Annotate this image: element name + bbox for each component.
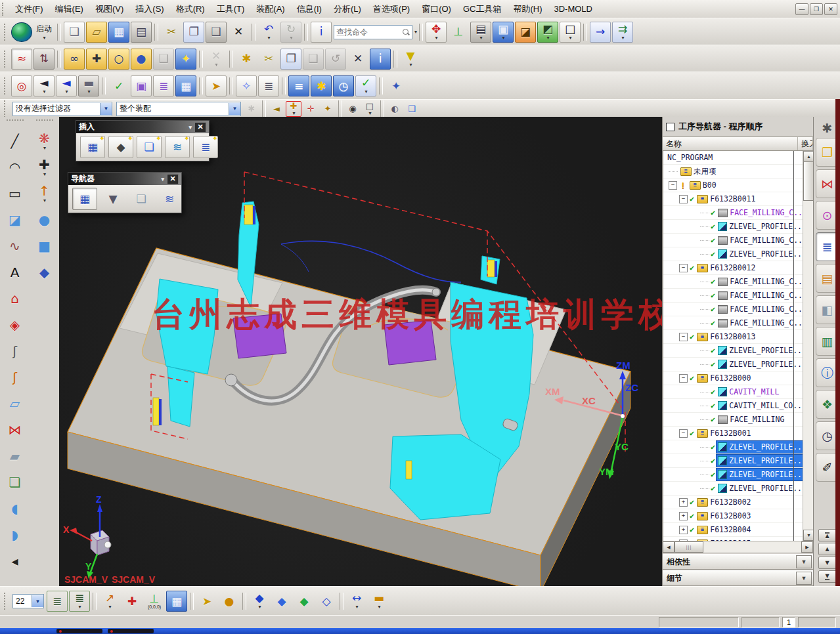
tree-row[interactable]: −!≡B00 [663, 179, 803, 192]
soft-pick-icon[interactable]: ◐ [387, 101, 403, 117]
tree-horizontal-scrollbar[interactable]: ◀ ||| ▶ [663, 541, 814, 553]
wizard-doc-icon[interactable]: ✧ [236, 75, 257, 96]
wcs-dynamics-icon[interactable]: ↗▾ [99, 591, 120, 612]
spindle-icon[interactable]: ▬▾ [78, 75, 99, 96]
dropdown-arrow-icon[interactable]: ▾ [365, 89, 367, 95]
dropdown-arrow-icon[interactable]: ▾ [43, 198, 46, 203]
dropdown-arrow-icon[interactable]: ▾ [292, 110, 295, 116]
toolbar-grip[interactable] [36, 119, 53, 126]
curve-s1-icon[interactable]: ʃ [3, 339, 27, 364]
dropdown-arrow-icon[interactable]: ▾ [78, 604, 81, 610]
shop-doc-icon[interactable]: ≣ [258, 75, 279, 96]
tree-row[interactable]: −✔≡F6132B0011 [663, 192, 803, 206]
cylinder-tag-icon[interactable]: ● [131, 49, 152, 70]
toolbar-grip[interactable] [4, 593, 9, 610]
collapse-box-icon[interactable]: − [679, 429, 688, 438]
dropdown-arrow-icon[interactable]: ▾ [43, 171, 46, 177]
dependencies-bar[interactable]: 相依性 ▼ [663, 554, 814, 570]
tree-row[interactable]: ✔FACE_MILLING_C... [663, 206, 803, 220]
tree-row[interactable]: ✔ZLEVEL_PROFILE... [663, 344, 803, 358]
undo-icon[interactable]: ↶▾ [258, 22, 279, 43]
window-display-icon[interactable]: □▾ [560, 22, 581, 43]
create-operation-icon[interactable]: ≣✦ [193, 136, 218, 158]
tool-in-path-icon[interactable]: ⇅ [33, 49, 55, 70]
tree-row[interactable]: ✔FACE_MILLING_C... [663, 275, 803, 289]
dropdown-arrow-icon[interactable]: ▾ [65, 89, 68, 95]
dropdown-arrow-icon[interactable]: ▼ [32, 595, 43, 607]
dock-collapse-icon[interactable]: ◂ [3, 549, 27, 574]
dropdown-arrow-icon[interactable]: ▼ [229, 103, 240, 115]
tree-row[interactable]: ✔ZLEVEL_PROFILE... [663, 440, 803, 454]
point-icon[interactable]: ✚▾ [33, 155, 56, 180]
snapshot-view-icon[interactable]: ▤▾ [470, 22, 491, 43]
panel-pin-icon[interactable] [666, 123, 674, 131]
edit-toolpath-icon[interactable]: ✱ [236, 49, 257, 70]
collapse-box-icon[interactable]: − [679, 264, 688, 272]
curve-on-surface-icon[interactable]: ◪ [3, 207, 27, 232]
extrude-icon[interactable]: ↑▾ [33, 181, 56, 206]
polyhedron-icon[interactable]: ◆ [33, 260, 56, 285]
toolpath-info-icon[interactable]: i [370, 49, 391, 70]
program-order-view-icon[interactable]: ▦ [72, 188, 97, 210]
scroll-down-arrow-icon[interactable]: ▼ [803, 530, 814, 541]
dropdown-arrow-icon[interactable]: ▾ [43, 145, 46, 151]
collapse-box-icon[interactable]: − [669, 181, 677, 190]
minimize-button[interactable]: — [795, 3, 808, 15]
menu-file[interactable]: 文件(F) [9, 1, 49, 17]
machine-tool-view-icon[interactable]: ▼ [100, 188, 125, 210]
start-button[interactable]: 启动▾ [33, 22, 55, 43]
combine-curve-icon[interactable]: ⋈ [3, 417, 27, 442]
close-icon[interactable]: ✕ [194, 122, 206, 133]
scope-filter-select[interactable]: 整个装配▼ [116, 102, 241, 116]
dropdown-arrow-icon[interactable]: ▾ [435, 35, 438, 41]
dropdown-arrow-icon[interactable]: ▾ [368, 110, 371, 116]
dropdown-arrow-icon[interactable]: ▾ [43, 89, 45, 95]
dropdown-arrow-icon[interactable]: ▾ [258, 604, 261, 610]
create-feature-icon[interactable]: ✦ [175, 49, 196, 70]
fit-view-icon[interactable]: ✥▾ [426, 22, 447, 43]
scroll-left-arrow-icon[interactable]: ◀ [663, 541, 674, 553]
move-to-layer-icon[interactable]: ⇉▾ [612, 22, 633, 43]
section-box-icon[interactable]: ❏ [3, 470, 27, 495]
measure-distance-icon[interactable]: ↔▾ [346, 591, 367, 612]
info-sheet-icon[interactable]: i [311, 22, 332, 43]
menu-gc-toolbox[interactable]: GC工具箱 [457, 1, 508, 17]
spline-points-icon[interactable]: ∿ [3, 234, 27, 259]
dropdown-arrow-icon[interactable]: ▾ [547, 35, 550, 41]
dropdown-arrow-icon[interactable]: ▾ [569, 35, 572, 41]
toolbar-grip[interactable] [4, 77, 9, 95]
tree-vertical-scrollbar[interactable]: ▲ ▼ [803, 151, 814, 541]
scroll-bottom-icon[interactable]: ▼ [818, 570, 837, 583]
scroll-right-arrow-icon[interactable]: ▶ [801, 541, 813, 553]
create-method-icon[interactable]: ≋✦ [165, 136, 190, 158]
menu-3d-mold[interactable]: 3D-MOLD [548, 2, 598, 16]
tree-row[interactable]: +✔≡F6132B004 [663, 523, 803, 537]
tree-row[interactable]: NC_PROGRAM [663, 151, 803, 165]
mold-core-icon[interactable]: ◆ [294, 591, 315, 612]
command-finder-input[interactable] [334, 25, 412, 39]
tree-row[interactable]: ✔CAVITY_MILL [663, 385, 803, 399]
column-divider[interactable] [793, 151, 794, 541]
tree-row[interactable]: ✔CAVITY_MILL_CO... [663, 399, 803, 413]
snap-point-toggle-icon[interactable]: ✚▾ [286, 101, 301, 117]
menu-edit[interactable]: 编辑(E) [49, 1, 89, 17]
geometry-view-icon[interactable]: ❏ [129, 188, 154, 210]
operation-list-icon[interactable]: ≡ [288, 75, 309, 96]
paste-icon[interactable]: ❑ [206, 22, 227, 43]
dropdown-arrow-icon[interactable]: ▾ [409, 62, 412, 68]
toolpath-wave-icon[interactable]: ≈ [11, 49, 32, 70]
menu-preferences[interactable]: 首选项(P) [367, 1, 416, 17]
copy-toolpath-icon[interactable]: ❐ [280, 49, 301, 70]
project-curve-icon[interactable]: ▱ [3, 391, 27, 416]
verify-toolpath-icon[interactable]: ▣ [131, 75, 152, 96]
list-toolpath-icon[interactable]: ≣ [153, 75, 174, 96]
menu-help[interactable]: 帮助(H) [507, 1, 548, 17]
tree-row[interactable]: ✔ZLEVEL_PROFILE... [663, 220, 803, 234]
toolbar-grip[interactable] [4, 51, 9, 68]
cut-icon[interactable]: ✂ [161, 22, 182, 43]
column-header-name[interactable]: 名称 [663, 137, 798, 150]
circle-tag-icon[interactable]: ○ [108, 49, 129, 70]
close-icon[interactable]: ✕ [167, 174, 179, 184]
dropdown-arrow-icon[interactable]: ▾ [215, 62, 217, 68]
create-tool-icon[interactable]: ◆✦ [108, 136, 133, 158]
